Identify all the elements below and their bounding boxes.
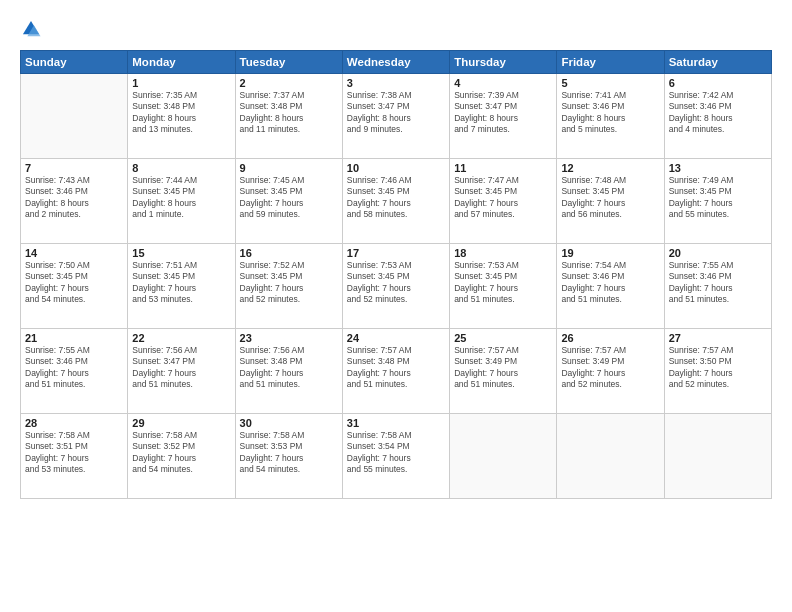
day-cell: 22Sunrise: 7:56 AM Sunset: 3:47 PM Dayli… xyxy=(128,329,235,414)
day-number: 4 xyxy=(454,77,552,89)
day-number: 8 xyxy=(132,162,230,174)
day-cell: 7Sunrise: 7:43 AM Sunset: 3:46 PM Daylig… xyxy=(21,159,128,244)
day-info: Sunrise: 7:41 AM Sunset: 3:46 PM Dayligh… xyxy=(561,90,659,136)
day-number: 29 xyxy=(132,417,230,429)
day-cell: 19Sunrise: 7:54 AM Sunset: 3:46 PM Dayli… xyxy=(557,244,664,329)
day-number: 26 xyxy=(561,332,659,344)
day-number: 6 xyxy=(669,77,767,89)
day-info: Sunrise: 7:42 AM Sunset: 3:46 PM Dayligh… xyxy=(669,90,767,136)
day-cell: 17Sunrise: 7:53 AM Sunset: 3:45 PM Dayli… xyxy=(342,244,449,329)
day-info: Sunrise: 7:46 AM Sunset: 3:45 PM Dayligh… xyxy=(347,175,445,221)
day-cell: 6Sunrise: 7:42 AM Sunset: 3:46 PM Daylig… xyxy=(664,74,771,159)
day-number: 9 xyxy=(240,162,338,174)
day-cell: 15Sunrise: 7:51 AM Sunset: 3:45 PM Dayli… xyxy=(128,244,235,329)
day-info: Sunrise: 7:58 AM Sunset: 3:52 PM Dayligh… xyxy=(132,430,230,476)
day-number: 20 xyxy=(669,247,767,259)
day-number: 23 xyxy=(240,332,338,344)
day-number: 21 xyxy=(25,332,123,344)
day-cell: 14Sunrise: 7:50 AM Sunset: 3:45 PM Dayli… xyxy=(21,244,128,329)
day-cell: 1Sunrise: 7:35 AM Sunset: 3:48 PM Daylig… xyxy=(128,74,235,159)
day-number: 18 xyxy=(454,247,552,259)
day-info: Sunrise: 7:50 AM Sunset: 3:45 PM Dayligh… xyxy=(25,260,123,306)
col-header-friday: Friday xyxy=(557,51,664,74)
day-cell xyxy=(664,414,771,499)
day-info: Sunrise: 7:55 AM Sunset: 3:46 PM Dayligh… xyxy=(25,345,123,391)
col-header-sunday: Sunday xyxy=(21,51,128,74)
day-number: 17 xyxy=(347,247,445,259)
day-cell: 9Sunrise: 7:45 AM Sunset: 3:45 PM Daylig… xyxy=(235,159,342,244)
day-cell xyxy=(450,414,557,499)
week-row-5: 28Sunrise: 7:58 AM Sunset: 3:51 PM Dayli… xyxy=(21,414,772,499)
day-number: 7 xyxy=(25,162,123,174)
calendar: SundayMondayTuesdayWednesdayThursdayFrid… xyxy=(20,50,772,499)
col-header-wednesday: Wednesday xyxy=(342,51,449,74)
week-row-1: 1Sunrise: 7:35 AM Sunset: 3:48 PM Daylig… xyxy=(21,74,772,159)
day-info: Sunrise: 7:35 AM Sunset: 3:48 PM Dayligh… xyxy=(132,90,230,136)
day-cell: 2Sunrise: 7:37 AM Sunset: 3:48 PM Daylig… xyxy=(235,74,342,159)
day-number: 31 xyxy=(347,417,445,429)
page: SundayMondayTuesdayWednesdayThursdayFrid… xyxy=(0,0,792,612)
day-info: Sunrise: 7:37 AM Sunset: 3:48 PM Dayligh… xyxy=(240,90,338,136)
day-info: Sunrise: 7:58 AM Sunset: 3:51 PM Dayligh… xyxy=(25,430,123,476)
day-number: 28 xyxy=(25,417,123,429)
day-number: 5 xyxy=(561,77,659,89)
day-number: 13 xyxy=(669,162,767,174)
day-cell: 27Sunrise: 7:57 AM Sunset: 3:50 PM Dayli… xyxy=(664,329,771,414)
day-number: 11 xyxy=(454,162,552,174)
day-cell: 18Sunrise: 7:53 AM Sunset: 3:45 PM Dayli… xyxy=(450,244,557,329)
day-cell: 31Sunrise: 7:58 AM Sunset: 3:54 PM Dayli… xyxy=(342,414,449,499)
calendar-header-row: SundayMondayTuesdayWednesdayThursdayFrid… xyxy=(21,51,772,74)
day-number: 12 xyxy=(561,162,659,174)
day-info: Sunrise: 7:49 AM Sunset: 3:45 PM Dayligh… xyxy=(669,175,767,221)
day-info: Sunrise: 7:38 AM Sunset: 3:47 PM Dayligh… xyxy=(347,90,445,136)
day-cell: 20Sunrise: 7:55 AM Sunset: 3:46 PM Dayli… xyxy=(664,244,771,329)
day-number: 25 xyxy=(454,332,552,344)
day-number: 24 xyxy=(347,332,445,344)
day-info: Sunrise: 7:58 AM Sunset: 3:54 PM Dayligh… xyxy=(347,430,445,476)
day-number: 3 xyxy=(347,77,445,89)
day-info: Sunrise: 7:43 AM Sunset: 3:46 PM Dayligh… xyxy=(25,175,123,221)
day-number: 14 xyxy=(25,247,123,259)
day-info: Sunrise: 7:56 AM Sunset: 3:48 PM Dayligh… xyxy=(240,345,338,391)
day-number: 2 xyxy=(240,77,338,89)
day-info: Sunrise: 7:47 AM Sunset: 3:45 PM Dayligh… xyxy=(454,175,552,221)
day-cell: 29Sunrise: 7:58 AM Sunset: 3:52 PM Dayli… xyxy=(128,414,235,499)
day-info: Sunrise: 7:58 AM Sunset: 3:53 PM Dayligh… xyxy=(240,430,338,476)
day-cell: 10Sunrise: 7:46 AM Sunset: 3:45 PM Dayli… xyxy=(342,159,449,244)
day-number: 15 xyxy=(132,247,230,259)
day-cell: 11Sunrise: 7:47 AM Sunset: 3:45 PM Dayli… xyxy=(450,159,557,244)
day-number: 22 xyxy=(132,332,230,344)
day-info: Sunrise: 7:57 AM Sunset: 3:49 PM Dayligh… xyxy=(454,345,552,391)
day-info: Sunrise: 7:57 AM Sunset: 3:50 PM Dayligh… xyxy=(669,345,767,391)
week-row-3: 14Sunrise: 7:50 AM Sunset: 3:45 PM Dayli… xyxy=(21,244,772,329)
day-info: Sunrise: 7:53 AM Sunset: 3:45 PM Dayligh… xyxy=(347,260,445,306)
col-header-saturday: Saturday xyxy=(664,51,771,74)
day-cell: 8Sunrise: 7:44 AM Sunset: 3:45 PM Daylig… xyxy=(128,159,235,244)
header xyxy=(20,18,772,40)
day-cell: 26Sunrise: 7:57 AM Sunset: 3:49 PM Dayli… xyxy=(557,329,664,414)
day-number: 19 xyxy=(561,247,659,259)
day-number: 1 xyxy=(132,77,230,89)
day-info: Sunrise: 7:57 AM Sunset: 3:48 PM Dayligh… xyxy=(347,345,445,391)
col-header-thursday: Thursday xyxy=(450,51,557,74)
day-info: Sunrise: 7:53 AM Sunset: 3:45 PM Dayligh… xyxy=(454,260,552,306)
col-header-monday: Monday xyxy=(128,51,235,74)
day-cell xyxy=(21,74,128,159)
day-cell: 16Sunrise: 7:52 AM Sunset: 3:45 PM Dayli… xyxy=(235,244,342,329)
day-cell: 5Sunrise: 7:41 AM Sunset: 3:46 PM Daylig… xyxy=(557,74,664,159)
week-row-2: 7Sunrise: 7:43 AM Sunset: 3:46 PM Daylig… xyxy=(21,159,772,244)
day-info: Sunrise: 7:51 AM Sunset: 3:45 PM Dayligh… xyxy=(132,260,230,306)
day-number: 10 xyxy=(347,162,445,174)
day-info: Sunrise: 7:52 AM Sunset: 3:45 PM Dayligh… xyxy=(240,260,338,306)
day-number: 16 xyxy=(240,247,338,259)
day-cell: 3Sunrise: 7:38 AM Sunset: 3:47 PM Daylig… xyxy=(342,74,449,159)
day-info: Sunrise: 7:48 AM Sunset: 3:45 PM Dayligh… xyxy=(561,175,659,221)
day-info: Sunrise: 7:45 AM Sunset: 3:45 PM Dayligh… xyxy=(240,175,338,221)
day-info: Sunrise: 7:56 AM Sunset: 3:47 PM Dayligh… xyxy=(132,345,230,391)
day-info: Sunrise: 7:54 AM Sunset: 3:46 PM Dayligh… xyxy=(561,260,659,306)
day-info: Sunrise: 7:55 AM Sunset: 3:46 PM Dayligh… xyxy=(669,260,767,306)
day-number: 30 xyxy=(240,417,338,429)
day-cell: 28Sunrise: 7:58 AM Sunset: 3:51 PM Dayli… xyxy=(21,414,128,499)
day-cell: 4Sunrise: 7:39 AM Sunset: 3:47 PM Daylig… xyxy=(450,74,557,159)
day-cell: 21Sunrise: 7:55 AM Sunset: 3:46 PM Dayli… xyxy=(21,329,128,414)
